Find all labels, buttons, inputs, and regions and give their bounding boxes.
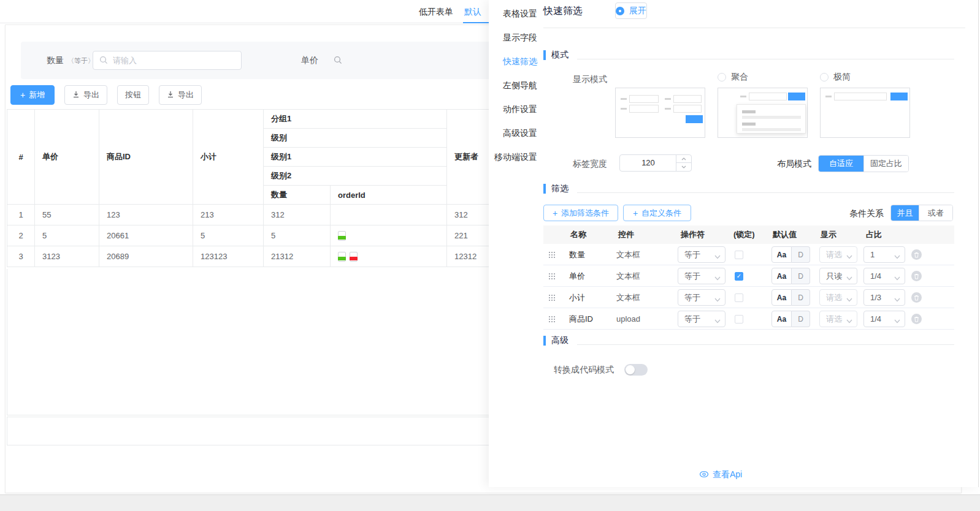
menu-item-left-nav[interactable]: 左侧导航: [489, 74, 543, 97]
default-text-option[interactable]: Aa: [771, 246, 792, 263]
delete-button[interactable]: [911, 314, 922, 324]
delete-button[interactable]: [911, 292, 922, 303]
thumb-input: [749, 93, 787, 100]
mode-thumbnail-minimal[interactable]: [820, 88, 910, 138]
col-header-price: 单价: [35, 110, 99, 205]
default-dynamic-option[interactable]: D: [792, 311, 810, 327]
tab-form-low[interactable]: 低开表单: [419, 0, 453, 23]
thumb-input: [834, 93, 887, 100]
drag-handle-icon[interactable]: [549, 273, 550, 274]
relation-segmented: 并且 或者: [890, 205, 953, 221]
thumb-input: [673, 105, 702, 113]
filter-table-header: 名称 控件 操作符 (锁定) 默认值 显示 占比: [543, 225, 954, 244]
thumb-label: [825, 96, 832, 97]
file-icon-green[interactable]: [338, 252, 346, 262]
display-select[interactable]: 请选: [819, 289, 857, 306]
cell-price: 3123: [35, 246, 99, 267]
cell-product-id: 20661: [99, 225, 193, 246]
menu-item-action-settings[interactable]: 动作设置: [489, 97, 543, 121]
layout-mode-segmented: 自适应 固定占比: [818, 155, 909, 172]
filter-control-type: 文本框: [616, 265, 640, 287]
lock-checkbox-checked[interactable]: ✓: [735, 272, 743, 281]
layout-option-fixed-ratio[interactable]: 固定占比: [863, 156, 908, 172]
menu-item-table-settings[interactable]: 表格设置: [489, 2, 543, 26]
default-value-control[interactable]: Aa D: [771, 311, 810, 327]
default-dynamic-option[interactable]: D: [792, 246, 810, 263]
display-select[interactable]: 请选: [819, 311, 857, 327]
menu-item-mobile-settings[interactable]: 移动端设置: [489, 145, 543, 169]
cell-order-id: [331, 225, 447, 246]
operator-select[interactable]: 等于: [678, 289, 725, 306]
chevron-down-icon: [846, 316, 852, 325]
mode-thumbnail-aggregate[interactable]: [718, 88, 808, 138]
thumb-input: [629, 95, 659, 103]
mode-thumbnail-expand[interactable]: [615, 88, 705, 138]
export-button-2[interactable]: 导出: [159, 85, 202, 105]
stepper-up-button[interactable]: [676, 155, 691, 163]
relation-option-or[interactable]: 或者: [919, 205, 952, 221]
ratio-select[interactable]: 1/4: [863, 268, 905, 284]
lock-checkbox[interactable]: [735, 251, 743, 259]
chevron-down-icon: [894, 316, 900, 325]
menu-item-advanced-settings[interactable]: 高级设置: [489, 121, 543, 145]
drag-handle-icon[interactable]: [549, 316, 550, 317]
custom-condition-button[interactable]: + 自定义条件: [623, 205, 691, 221]
quantity-filter-input[interactable]: [113, 51, 235, 69]
menu-item-display-fields[interactable]: 显示字段: [489, 26, 543, 50]
default-value-control[interactable]: Aa D: [771, 246, 810, 263]
menu-item-quick-filter[interactable]: 快速筛选: [489, 50, 543, 74]
delete-button[interactable]: [911, 271, 922, 281]
filter-control-type: 文本框: [616, 244, 640, 265]
lock-checkbox[interactable]: [735, 293, 743, 302]
display-select[interactable]: 只读: [819, 268, 857, 284]
default-value-control[interactable]: Aa D: [771, 268, 810, 284]
tab-default[interactable]: 默认: [464, 0, 481, 23]
page-bottom-strip: [0, 494, 980, 511]
label-width-input[interactable]: 120: [619, 154, 692, 172]
section-rule: [577, 344, 954, 345]
view-api-link[interactable]: 查看Api: [699, 469, 742, 480]
layout-option-adaptive[interactable]: 自适应: [819, 156, 863, 172]
stepper-down-button[interactable]: [676, 163, 691, 171]
relation-option-and[interactable]: 并且: [891, 205, 919, 221]
default-value-control[interactable]: Aa D: [771, 289, 810, 306]
operator-select[interactable]: 等于: [678, 246, 725, 263]
export-button-1[interactable]: 导出: [64, 85, 107, 105]
ratio-select[interactable]: 1: [863, 246, 905, 263]
display-select[interactable]: 请选: [819, 246, 857, 263]
file-icon-red[interactable]: [350, 252, 358, 262]
download-icon: [72, 91, 80, 100]
radio-mode-aggregate[interactable]: 聚合: [718, 72, 748, 83]
delete-button[interactable]: [911, 249, 922, 260]
default-dynamic-option[interactable]: D: [792, 268, 810, 284]
thumb-dropdown-panel: [737, 104, 806, 134]
search-icon[interactable]: [334, 56, 342, 67]
cell-subtotal: 123123: [193, 246, 264, 267]
radio-mode-minimal[interactable]: 极简: [820, 72, 851, 83]
default-dynamic-option[interactable]: D: [792, 289, 810, 306]
col-header-group1: 分组1: [264, 110, 447, 129]
code-mode-toggle[interactable]: [624, 364, 648, 376]
add-filter-condition-button[interactable]: + 添加筛选条件: [543, 205, 618, 221]
cell-subtotal: 5: [193, 225, 264, 246]
default-text-option[interactable]: Aa: [771, 268, 792, 284]
drawer-menu: 表格设置 显示字段 快速筛选 左侧导航 动作设置 高级设置 移动端设置: [489, 2, 543, 169]
default-text-option[interactable]: Aa: [771, 289, 792, 306]
default-text-option[interactable]: Aa: [771, 311, 792, 327]
drag-handle-icon[interactable]: [549, 252, 550, 253]
file-icon-green[interactable]: [338, 231, 346, 241]
add-button[interactable]: + 新增: [10, 85, 55, 105]
operator-select[interactable]: 等于: [678, 268, 725, 284]
col-header-level1: 级别1: [264, 148, 447, 167]
cell-index: 3: [7, 246, 35, 267]
quantity-filter-operator: 〈等于〉: [67, 42, 94, 79]
lock-checkbox[interactable]: [735, 315, 743, 324]
price-filter-label: 单价: [301, 42, 318, 79]
generic-button[interactable]: 按钮: [117, 85, 149, 105]
radio-unselected-icon: [820, 73, 829, 81]
operator-select[interactable]: 等于: [678, 311, 725, 327]
drag-handle-icon[interactable]: [549, 295, 550, 296]
ratio-select[interactable]: 1/4: [863, 311, 905, 327]
ratio-select[interactable]: 1/3: [863, 289, 905, 306]
radio-mode-expand[interactable]: 展开: [615, 2, 647, 19]
